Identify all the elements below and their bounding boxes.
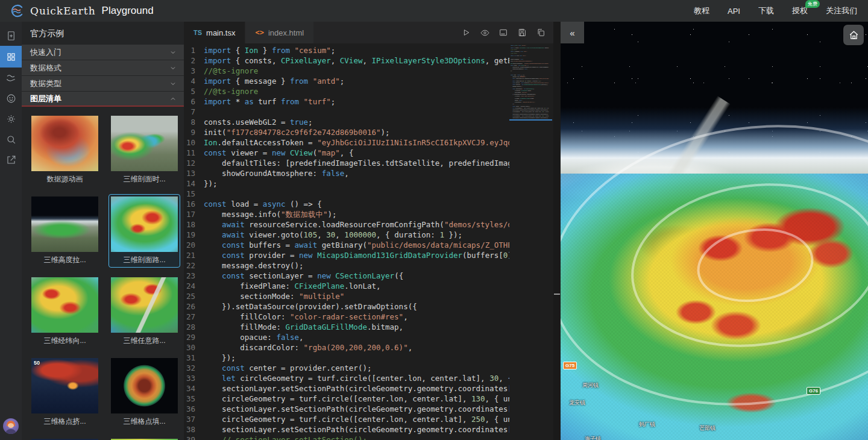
section-quick-start[interactable]: 快速入门 [22, 45, 184, 60]
code-line[interactable]: 19 await viewer.goto(105, 30, 1000000, {… [184, 230, 509, 240]
collapse-editor-button[interactable]: « [561, 22, 584, 43]
line-number[interactable]: 8 [184, 117, 204, 127]
minimap[interactable]: import { Ion } from "cesium";import { co… [509, 43, 553, 440]
example-tile[interactable] [108, 436, 180, 440]
line-number[interactable]: 25 [184, 291, 204, 301]
code-line[interactable]: 27 fillColor: "color-radar-section#res", [184, 312, 509, 322]
line-number[interactable]: 16 [184, 199, 204, 209]
line-number[interactable]: 37 [184, 414, 204, 424]
user-avatar[interactable] [3, 418, 19, 434]
example-tile[interactable]: 50 三维格点挤... [29, 356, 101, 429]
line-number[interactable]: 29 [184, 332, 204, 342]
code-line[interactable]: 7 [184, 107, 509, 117]
code-line[interactable]: 17 message.info("数据加载中"); [184, 209, 509, 219]
line-number[interactable]: 32 [184, 363, 204, 373]
line-number[interactable]: 17 [184, 209, 204, 219]
line-number[interactable]: 18 [184, 219, 204, 230]
section-data-type[interactable]: 数据类型 [22, 76, 184, 91]
code-line[interactable]: 16const load = async () => { [184, 199, 509, 209]
line-number[interactable]: 4 [184, 76, 204, 86]
line-number[interactable]: 9 [184, 127, 204, 137]
example-tile[interactable] [29, 436, 101, 440]
code-line[interactable]: 37 circleGeometry = turf.circle([center.… [184, 414, 509, 424]
code-line[interactable]: 38 sectionLayer.setSectionPath(circleGeo… [184, 424, 509, 435]
nav-license[interactable]: 授权免费 [792, 5, 808, 16]
line-number[interactable]: 19 [184, 230, 204, 240]
example-tile[interactable]: 数据源动画 [29, 113, 101, 187]
code-line[interactable]: 25 sectionMode: "multiple" [184, 291, 509, 301]
external-link-icon[interactable] [0, 149, 22, 170]
line-number[interactable]: 39 [184, 435, 204, 440]
code-line[interactable]: 5//@ts-ignore [184, 86, 509, 96]
code-line[interactable]: 22 message.destroy(); [184, 260, 509, 271]
code-line[interactable]: 3//@ts-ignore [184, 66, 509, 76]
code-line[interactable]: 4import { message } from "antd"; [184, 76, 509, 86]
code-line[interactable]: 12 defaultTiles: [predefinedImageTiles.t… [184, 158, 509, 168]
run-icon[interactable] [459, 26, 473, 39]
line-number[interactable]: 24 [184, 281, 204, 291]
line-number[interactable]: 33 [184, 373, 204, 383]
tab-index-html[interactable]: <> index.html [245, 22, 313, 43]
code-line[interactable]: 6import * as turf from "turf"; [184, 96, 509, 107]
example-tile[interactable]: 三维高度拉... [29, 194, 101, 268]
code-line[interactable]: 36 sectionLayer.setSectionPath(circleGeo… [184, 404, 509, 414]
line-number[interactable]: 27 [184, 312, 204, 322]
line-number[interactable]: 21 [184, 250, 204, 260]
code-line[interactable]: 1import { Ion } from "cesium"; [184, 45, 509, 55]
home-view-button[interactable] [843, 25, 864, 45]
search-icon[interactable] [0, 129, 22, 149]
line-number[interactable]: 11 [184, 148, 204, 158]
line-number[interactable]: 7 [184, 107, 204, 117]
line-number[interactable]: 36 [184, 404, 204, 414]
panel-splitter[interactable] [553, 22, 561, 440]
code-line[interactable]: 34 sectionLayer.setSectionPath(circleGeo… [184, 383, 509, 394]
code-line[interactable]: 13 showGroundAtmosphere: false, [184, 168, 509, 178]
nav-tutorial[interactable]: 教程 [694, 5, 709, 16]
save-icon[interactable] [515, 26, 529, 39]
tab-main-tsx[interactable]: TS main.tsx [184, 22, 245, 43]
nav-download[interactable]: 下载 [758, 5, 774, 16]
line-number[interactable]: 23 [184, 271, 204, 281]
example-tile[interactable]: 三维任意路... [108, 275, 180, 348]
preview-icon[interactable] [478, 26, 491, 39]
code-line[interactable]: 33 let circleGeometry = turf.circle([cen… [184, 373, 509, 383]
code-line[interactable]: 31 }); [184, 353, 509, 363]
code-line[interactable]: 11const viewer = new CView("map", { [184, 148, 509, 158]
map-3d-view[interactable]: G75 G76 周河镇 龙安镇 蚂厂镇 芒部镇 海子镇 « [561, 22, 868, 440]
line-number[interactable]: 28 [184, 322, 204, 332]
console-icon[interactable] [497, 26, 510, 39]
apps-grid-icon[interactable] [0, 46, 22, 68]
code-line[interactable]: 29 opacue: false, [184, 332, 509, 342]
code-line[interactable]: 14}); [184, 178, 509, 189]
line-number[interactable]: 35 [184, 394, 204, 404]
code-line[interactable]: 26 }).setDataSource(provider).setDrawOpt… [184, 301, 509, 312]
line-number[interactable]: 22 [184, 260, 204, 271]
code-line[interactable]: 24 fixedPlane: CFixedPlane.lonLat, [184, 281, 509, 291]
code-line[interactable]: 35 circleGeometry = turf.circle([center.… [184, 394, 509, 404]
settings-gear-icon[interactable] [0, 108, 22, 129]
code-line[interactable]: 39 // sectionLayer.setLatSection(); [184, 435, 509, 440]
line-number[interactable]: 38 [184, 424, 204, 435]
code-line[interactable]: 10Ion.defaultAccessToken = "eyJhbGciOiJI… [184, 137, 509, 148]
code-lines[interactable]: 1import { Ion } from "cesium";2import { … [184, 43, 509, 440]
nav-api[interactable]: API [728, 7, 740, 16]
code-line[interactable]: 15 [184, 189, 509, 199]
example-tile-selected[interactable]: 三维剖面路... [108, 194, 180, 268]
brand[interactable]: QuickEarth Playground [7, 4, 154, 18]
line-number[interactable]: 2 [184, 55, 204, 66]
example-tile[interactable]: 三维格点填... [108, 356, 180, 429]
line-number[interactable]: 14 [184, 178, 204, 189]
line-number[interactable]: 31 [184, 353, 204, 363]
new-file-icon[interactable] [0, 25, 22, 46]
example-tile[interactable]: 三维经纬向... [29, 275, 101, 348]
line-number[interactable]: 30 [184, 342, 204, 353]
smiley-icon[interactable] [0, 88, 22, 108]
line-number[interactable]: 10 [184, 137, 204, 148]
line-number[interactable]: 5 [184, 86, 204, 96]
line-number[interactable]: 20 [184, 240, 204, 250]
line-number[interactable]: 1 [184, 45, 204, 55]
line-number[interactable]: 15 [184, 189, 204, 199]
code-line[interactable]: 2import { consts, CPixelLayer, CView, IP… [184, 55, 509, 66]
hand-service-icon[interactable] [0, 68, 22, 88]
line-number[interactable]: 26 [184, 301, 204, 312]
